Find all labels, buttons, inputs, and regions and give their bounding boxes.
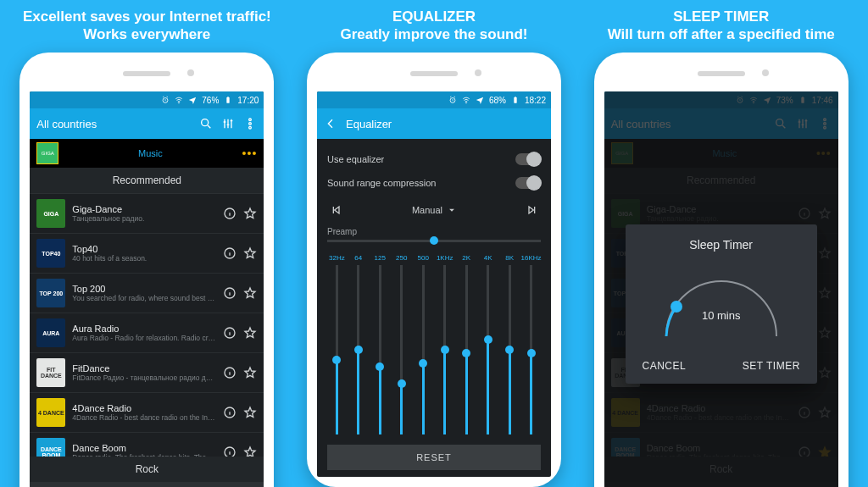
info-icon[interactable]: [223, 246, 236, 260]
preamp-label: Preamp: [327, 227, 541, 236]
station-name: 4Dance Radio: [72, 403, 216, 413]
favorite-icon[interactable]: [243, 286, 257, 300]
band-freq: 16KHz: [521, 254, 542, 262]
band-slider[interactable]: [422, 265, 425, 434]
station-list[interactable]: GIGAGiga-DanceТанцевальное радио.TOP40To…: [30, 194, 264, 457]
eq-band[interactable]: 125: [370, 254, 390, 434]
eq-band[interactable]: 2K: [457, 254, 476, 434]
info-icon[interactable]: [223, 445, 236, 457]
svg-point-7: [249, 126, 252, 129]
station-meta: 4Dance Radio4Dance Radio - best dance ra…: [72, 403, 216, 422]
clock: 18:22: [525, 96, 546, 105]
panel-sleep-timer: SLEEP TIMER Will turn off after a specif…: [582, 7, 860, 487]
preset-next-icon[interactable]: [526, 203, 539, 217]
list-item[interactable]: TOP40Top4040 hot hits of a season.: [30, 234, 264, 274]
band-slider[interactable]: [400, 265, 403, 434]
station-name: FitDance: [72, 363, 216, 374]
favorite-icon[interactable]: [243, 366, 257, 379]
svg-point-4: [202, 119, 209, 126]
preset-nav: Manual: [327, 195, 541, 220]
battery-icon: [224, 96, 232, 104]
list-item[interactable]: 4 DANCE4Dance Radio4Dance Radio - best d…: [30, 393, 264, 433]
eq-band[interactable]: 250: [392, 254, 411, 434]
station-meta: Aura RadioAura Radio - Radio for relaxat…: [72, 324, 216, 342]
overflow-icon[interactable]: [243, 117, 257, 130]
eq-band[interactable]: 1KHz: [435, 254, 454, 434]
list-item[interactable]: FIT DANCEFitDanceFitDance Радио - танцев…: [30, 353, 264, 393]
band-freq: 8K: [505, 254, 514, 262]
station-thumb: TOP40: [36, 239, 65, 268]
eq-band[interactable]: 16KHz: [521, 254, 541, 434]
now-playing-category: Music: [65, 148, 235, 158]
info-icon[interactable]: [223, 326, 236, 340]
timer-dial[interactable]: 10 mins: [649, 260, 793, 345]
band-slider[interactable]: [357, 265, 359, 434]
station-thumb: GIGA: [36, 199, 65, 228]
switch-use-equalizer[interactable]: [515, 153, 541, 165]
switch-compression[interactable]: [515, 177, 541, 189]
search-icon[interactable]: [199, 117, 213, 130]
eq-band[interactable]: 32Hz: [327, 254, 347, 434]
preset-prev-icon[interactable]: [329, 203, 342, 217]
svg-rect-21: [515, 97, 516, 97]
info-icon[interactable]: [223, 366, 236, 379]
set-timer-button[interactable]: SET TIMER: [737, 357, 805, 375]
eq-band[interactable]: 4K: [478, 254, 498, 434]
modal-title: Sleep Timer: [637, 238, 805, 252]
station-desc: 4Dance Radio - best dance radio on the I…: [72, 413, 216, 422]
favorite-icon[interactable]: [243, 246, 257, 260]
svg-rect-3: [227, 97, 229, 97]
modal-scrim[interactable]: Sleep Timer 10 mins CANCEL SET TIMER: [604, 91, 838, 487]
app-bar: All countries: [30, 108, 264, 139]
list-item[interactable]: DANCE BOOMDance BoomDance radio. The fre…: [30, 433, 264, 457]
info-icon[interactable]: [223, 207, 236, 220]
reset-button[interactable]: RESET: [327, 445, 541, 470]
eq-band[interactable]: 64: [348, 254, 368, 434]
list-item[interactable]: TOP 200Top 200You searched for radio, wh…: [30, 274, 264, 313]
airplane-icon: [476, 96, 484, 104]
station-meta: Top 200You searched for radio, where sou…: [72, 284, 216, 302]
now-playing-banner[interactable]: GIGA Music •••: [30, 139, 264, 168]
station-meta: Giga-DanceТанцевальное радио.: [72, 204, 216, 223]
more-icon[interactable]: •••: [242, 147, 258, 160]
svg-point-19: [466, 102, 467, 103]
list-item[interactable]: AURAAura RadioAura Radio - Radio for rel…: [30, 313, 264, 353]
sleep-timer-modal: Sleep Timer 10 mins CANCEL SET TIMER: [626, 224, 817, 384]
band-slider[interactable]: [443, 265, 446, 434]
preamp-slider[interactable]: [327, 240, 541, 242]
favorite-icon[interactable]: [243, 207, 257, 220]
filter-icon[interactable]: [221, 117, 235, 130]
svg-point-1: [179, 102, 180, 103]
phone-frame: 76% 17:20 All countries GIGA Music ••• R…: [19, 53, 274, 487]
appbar-title: Equalizer: [346, 118, 544, 130]
station-meta: Dance BoomDance radio. The freshest danc…: [72, 443, 216, 457]
station-name: Top40: [72, 244, 216, 254]
list-item[interactable]: GIGAGiga-DanceТанцевальное радио.: [30, 194, 264, 234]
appbar-title[interactable]: All countries: [36, 118, 191, 130]
info-icon[interactable]: [223, 406, 236, 419]
screen: 68% 18:22 Equalizer Use equalizer Sound …: [317, 91, 551, 477]
eq-band[interactable]: 500: [414, 254, 433, 434]
band-slider[interactable]: [487, 265, 489, 434]
row-compression[interactable]: Sound range compression: [327, 171, 541, 195]
alarm-icon: [161, 96, 170, 104]
headline: EQUALIZER Greatly improve the sound!: [340, 7, 527, 44]
band-slider[interactable]: [530, 265, 532, 434]
preset-select[interactable]: Manual: [412, 205, 456, 215]
band-slider[interactable]: [465, 265, 468, 434]
favorite-icon[interactable]: [243, 326, 257, 340]
back-icon[interactable]: [324, 117, 337, 130]
eq-band[interactable]: 8K: [500, 254, 520, 434]
cancel-button[interactable]: CANCEL: [637, 357, 692, 375]
band-slider[interactable]: [379, 265, 381, 434]
label: Use equalizer: [327, 154, 384, 164]
band-slider[interactable]: [336, 265, 338, 434]
info-icon[interactable]: [223, 286, 236, 300]
eq-bands: 32Hz641252505001KHz2K4K8K16KHz: [327, 254, 541, 434]
panel-radio: Excellent saves your Internet traffic! W…: [8, 7, 286, 487]
band-slider[interactable]: [509, 265, 511, 434]
status-bar: 68% 18:22: [317, 91, 551, 108]
favorite-icon[interactable]: [243, 445, 257, 457]
row-use-equalizer[interactable]: Use equalizer: [327, 147, 541, 171]
favorite-icon[interactable]: [243, 406, 257, 419]
